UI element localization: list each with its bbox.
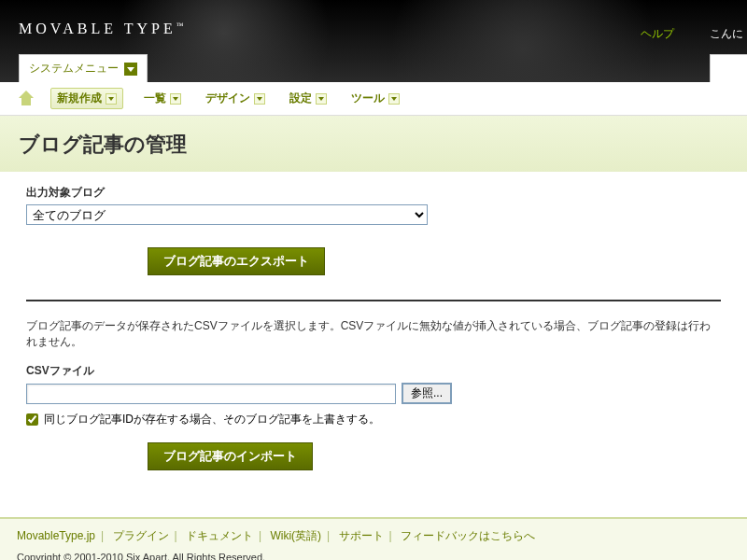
content: 出力対象ブログ 全てのブログ ブログ記事のエクスポート ブログ記事のデータが保存… — [0, 172, 747, 489]
greeting-text: こんに — [710, 26, 747, 42]
chevron-down-icon — [388, 93, 400, 105]
page-title-area: ブログ記事の管理 — [0, 116, 747, 172]
overwrite-row[interactable]: 同じブログ記事IDが存在する場合、そのブログ記事を上書きする。 — [26, 412, 721, 427]
help-link[interactable]: ヘルプ — [641, 26, 674, 42]
logo-text: MOVABLE TYPE — [19, 21, 176, 36]
nav-item-tools[interactable]: ツール — [347, 88, 403, 109]
footer-link[interactable]: サポート — [339, 529, 384, 542]
system-menu-label: システムメニュー — [29, 61, 119, 77]
chevron-down-icon — [106, 93, 117, 105]
page-title: ブログ記事の管理 — [19, 131, 728, 159]
footer-link[interactable]: Wiki(英語) — [270, 529, 321, 542]
browse-button[interactable]: 参照... — [402, 383, 452, 404]
csv-label: CSVファイル — [26, 363, 721, 379]
nav-item-design[interactable]: デザイン — [202, 88, 269, 109]
footer-links: MovableType.jp| プラグイン| ドキュメント| Wiki(英語)|… — [17, 528, 730, 544]
nav-label: 新規作成 — [57, 91, 102, 106]
logo: MOVABLE TYPE™ — [19, 21, 184, 37]
nav-item-list[interactable]: 一覧 — [140, 88, 185, 109]
search-box[interactable]: 検索 — [710, 54, 747, 82]
nav-item-create[interactable]: 新規作成 — [50, 88, 123, 109]
import-instruction: ブログ記事のデータが保存されたCSVファイルを選択します。CSVファイルに無効な… — [26, 318, 721, 350]
footer-link[interactable]: プラグイン — [113, 529, 169, 542]
footer-link[interactable]: フィードバックはこちらへ — [401, 529, 535, 542]
app-header: MOVABLE TYPE™ ヘルプ こんに システムメニュー 検索 — [0, 0, 747, 82]
logo-tm: ™ — [176, 21, 184, 30]
nav-label: デザイン — [205, 91, 250, 106]
chevron-down-icon — [124, 63, 137, 76]
export-button[interactable]: ブログ記事のエクスポート — [148, 247, 325, 275]
blog-select[interactable]: 全てのブログ — [26, 204, 428, 225]
nav-label: 設定 — [289, 91, 312, 106]
home-icon[interactable] — [19, 92, 34, 105]
nav-item-settings[interactable]: 設定 — [286, 88, 331, 109]
chevron-down-icon — [170, 93, 181, 105]
file-row: 参照... — [26, 383, 721, 404]
footer-link[interactable]: ドキュメント — [186, 529, 253, 542]
overwrite-checkbox[interactable] — [26, 413, 38, 426]
nav-label: 一覧 — [144, 91, 166, 106]
footer-link[interactable]: MovableType.jp — [17, 529, 95, 542]
navbar: 新規作成 一覧 デザイン 設定 ツール — [0, 82, 747, 116]
divider — [26, 300, 721, 301]
csv-file-input[interactable] — [26, 384, 396, 404]
export-blog-label: 出力対象ブログ — [26, 185, 721, 201]
import-button[interactable]: ブログ記事のインポート — [148, 442, 313, 470]
nav-label: ツール — [351, 91, 385, 106]
search-label: 検索 — [718, 62, 740, 75]
copyright: Copyright © 2001-2010 Six Apart. All Rig… — [17, 552, 730, 560]
overwrite-label: 同じブログ記事IDが存在する場合、そのブログ記事を上書きする。 — [44, 412, 380, 427]
footer: MovableType.jp| プラグイン| ドキュメント| Wiki(英語)|… — [0, 517, 747, 560]
chevron-down-icon — [254, 93, 265, 105]
system-menu-tab[interactable]: システムメニュー — [19, 54, 148, 82]
chevron-down-icon — [316, 93, 327, 105]
